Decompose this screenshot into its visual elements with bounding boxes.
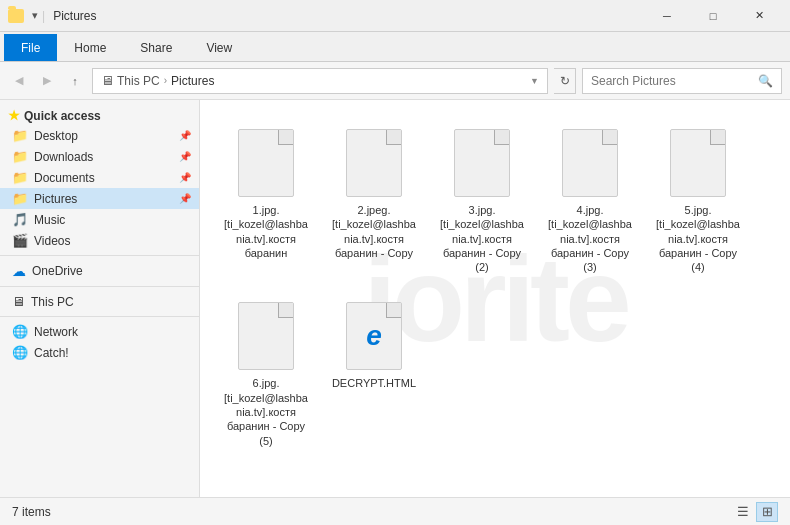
sidebar-item-thispc[interactable]: 🖥 This PC [0,291,199,312]
sidebar-item-label: Desktop [34,129,78,143]
sidebar-item-label: Network [34,325,78,339]
sidebar-item-music[interactable]: 🎵 Music [0,209,199,230]
sidebar-item-label: Pictures [34,192,77,206]
sidebar-divider-3 [0,316,199,317]
sidebar: ★ Quick access 📁 Desktop 📌 📁 Downloads 📌… [0,100,200,497]
file-icon [663,123,733,203]
pin-icon: 📌 [179,130,191,141]
files-grid: 1.jpg.[ti_kozel@lashbania.tv].костя бара… [216,116,774,455]
title-bar: ▾ | Pictures ─ □ ✕ [0,0,790,32]
back-button[interactable]: ◀ [8,70,30,92]
sidebar-item-downloads[interactable]: 📁 Downloads 📌 [0,146,199,167]
window-controls: ─ □ ✕ [644,0,782,32]
path-pictures-label: Pictures [171,74,214,88]
address-path[interactable]: 🖥 This PC › Pictures ▼ [92,68,548,94]
minimize-button[interactable]: ─ [644,0,690,32]
list-item[interactable]: e DECRYPT.HTML [324,289,424,454]
sidebar-item-network[interactable]: 🌐 Network [0,321,199,342]
sidebar-item-label: Videos [34,234,70,248]
folder-icon: 🎬 [12,233,28,248]
generic-file-icon [346,129,402,197]
path-thispc-label: This PC [117,74,160,88]
sidebar-item-label: OneDrive [32,264,83,278]
item-count: 7 items [12,505,51,519]
close-button[interactable]: ✕ [736,0,782,32]
file-name: 5.jpg.[ti_kozel@lashbania.tv].костя бара… [655,203,741,274]
generic-file-icon [670,129,726,197]
address-chevron-1: › [164,75,167,86]
sidebar-divider-1 [0,255,199,256]
file-icon [447,123,517,203]
sidebar-item-catch[interactable]: 🌐 Catch! [0,342,199,363]
sidebar-item-label: Music [34,213,65,227]
sidebar-section-quick-access[interactable]: ★ Quick access [0,104,199,125]
sidebar-divider-2 [0,286,199,287]
tab-home[interactable]: Home [57,34,123,61]
tab-view[interactable]: View [189,34,249,61]
sidebar-item-label: Documents [34,171,95,185]
window-title: Pictures [53,9,644,23]
refresh-button[interactable]: ↻ [554,68,576,94]
pin-icon: 📌 [179,172,191,183]
file-icon [339,123,409,203]
list-item[interactable]: 2.jpeg.[ti_kozel@lashbania.tv].костя бар… [324,116,424,281]
dropdown-arrow[interactable]: ▼ [530,76,539,86]
file-name: 1.jpg.[ti_kozel@lashbania.tv].костя бара… [223,203,309,260]
address-bar: ◀ ▶ ↑ 🖥 This PC › Pictures ▼ ↻ 🔍 [0,62,790,100]
file-name: 3.jpg.[ti_kozel@lashbania.tv].костя бара… [439,203,525,274]
search-icon[interactable]: 🔍 [758,74,773,88]
file-icon [555,123,625,203]
generic-file-icon [454,129,510,197]
sidebar-item-pictures[interactable]: 📁 Pictures 📌 [0,188,199,209]
generic-file-icon [238,302,294,370]
file-icon [231,123,301,203]
main-layout: ★ Quick access 📁 Desktop 📌 📁 Downloads 📌… [0,100,790,497]
list-item[interactable]: 5.jpg.[ti_kozel@lashbania.tv].костя бара… [648,116,748,281]
file-area: iorite 1.jpg.[ti_kozel@lashbania.tv].кос… [200,100,790,497]
star-icon: ★ [8,108,20,123]
sidebar-item-label: This PC [31,295,74,309]
onedrive-icon: ☁ [12,263,26,279]
sidebar-item-label: Downloads [34,150,93,164]
search-input[interactable] [591,74,754,88]
sidebar-item-desktop[interactable]: 📁 Desktop 📌 [0,125,199,146]
up-button[interactable]: ↑ [64,70,86,92]
file-name: DECRYPT.HTML [332,376,416,390]
sidebar-item-onedrive[interactable]: ☁ OneDrive [0,260,199,282]
folder-icon: 📁 [12,170,28,185]
file-name: 4.jpg.[ti_kozel@lashbania.tv].костя бара… [547,203,633,274]
pin-icon: 📌 [179,151,191,162]
catch-icon: 🌐 [12,345,28,360]
list-item[interactable]: 4.jpg.[ti_kozel@lashbania.tv].костя бара… [540,116,640,281]
tab-file[interactable]: File [4,34,57,61]
ribbon-tabs: File Home Share View [0,32,790,62]
sidebar-item-documents[interactable]: 📁 Documents 📌 [0,167,199,188]
folder-icon: 📁 [12,149,28,164]
network-icon: 🌐 [12,324,28,339]
qat-icons: ▾ [32,9,38,22]
sidebar-item-videos[interactable]: 🎬 Videos [0,230,199,251]
quick-access-label: Quick access [24,109,101,123]
list-item[interactable]: 6.jpg.[ti_kozel@lashbania.tv].костя бара… [216,289,316,454]
view-controls: ☰ ⊞ [732,502,778,522]
list-item[interactable]: 3.jpg.[ti_kozel@lashbania.tv].костя бара… [432,116,532,281]
list-view-button[interactable]: ☰ [732,502,754,522]
app-icon [8,9,24,23]
forward-button[interactable]: ▶ [36,70,58,92]
generic-file-icon [238,129,294,197]
file-name: 2.jpeg.[ti_kozel@lashbania.tv].костя бар… [331,203,417,260]
large-icons-view-button[interactable]: ⊞ [756,502,778,522]
list-item[interactable]: 1.jpg.[ti_kozel@lashbania.tv].костя бара… [216,116,316,281]
status-bar: 7 items ☰ ⊞ [0,497,790,525]
maximize-button[interactable]: □ [690,0,736,32]
file-icon [231,296,301,376]
file-icon: e [339,296,409,376]
folder-icon: 📁 [12,128,28,143]
generic-file-icon [562,129,618,197]
sidebar-item-label: Catch! [34,346,69,360]
pc-icon: 🖥 [12,294,25,309]
tab-share[interactable]: Share [123,34,189,61]
search-box: 🔍 [582,68,782,94]
file-name: 6.jpg.[ti_kozel@lashbania.tv].костя бара… [223,376,309,447]
edge-e-icon: e [366,320,382,352]
